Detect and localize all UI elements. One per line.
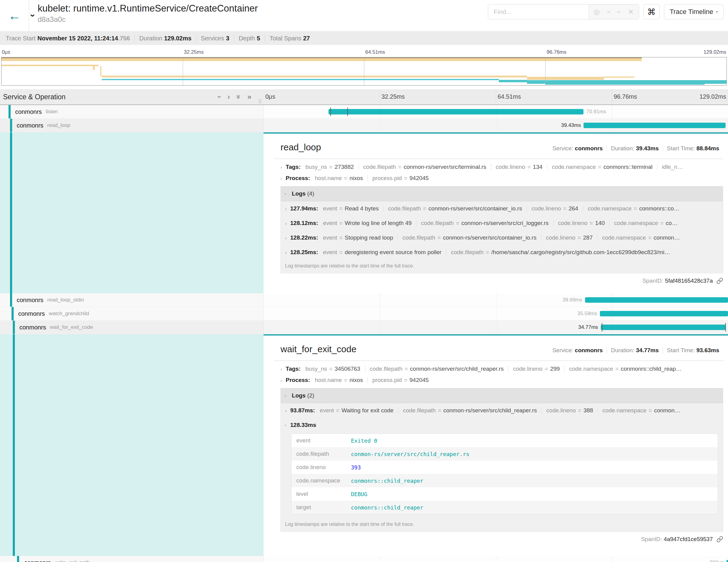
detail-service: Service: conmonrs: [549, 145, 607, 152]
span-bar[interactable]: [601, 325, 726, 330]
logs-footnote: Log timestamps are relative to the start…: [281, 518, 723, 531]
span-row-watch-grandchild[interactable]: conmonrs watch_grandchild 35.58ms: [0, 307, 728, 321]
log-entry[interactable]: › 128.22ms: event=Stopping read loopcode…: [281, 230, 723, 245]
prev-match-icon[interactable]: ›: [605, 11, 613, 13]
kv-item: event=Waiting for exit code: [320, 407, 398, 414]
kv-item: code.filepath=conmon-rs/server/src/conta…: [383, 205, 526, 212]
logs-header[interactable]: › Logs (2): [281, 388, 723, 403]
kv-item: code.filepath=conmon-rs/server/src/child…: [365, 366, 508, 372]
logs-header[interactable]: › Logs (4): [281, 186, 723, 201]
gridline: [380, 556, 380, 562]
detail-start-time: Start Time: 93.63ms: [663, 347, 723, 354]
log-entry-expanded[interactable]: › 128.33ms: [281, 418, 723, 432]
next-match-icon[interactable]: ›: [615, 11, 623, 13]
kv-item: busy_ns=34506763: [305, 366, 365, 372]
find-group: ◎ › › ✕: [488, 4, 639, 19]
kv-item: busy_ns=273882: [305, 164, 358, 170]
span-duration-label: 303μs: [707, 560, 726, 562]
span-row-listen[interactable]: conmonrs listen 70.91ms: [0, 105, 728, 119]
back-arrow-icon: ←: [8, 9, 21, 23]
log-fields-table: eventExited 0 code.filepathconmon-rs/ser…: [291, 434, 718, 514]
service-accent: [9, 105, 11, 118]
kv-item: host.name=nixos: [315, 175, 367, 181]
tags-row[interactable]: › Tags: busy_ns=273882code.filepath=conm…: [281, 164, 723, 170]
trace-title: kubelet: runtime.v1.RuntimeService/Creat…: [38, 3, 258, 14]
log-marker-tick: [330, 107, 331, 116]
log-entry[interactable]: › 128.12ms: event=Wrote log line of leng…: [281, 216, 723, 230]
timeline-minimap: 0μs 32.25ms 64.51ms 96.76ms 129.02ms: [0, 45, 728, 89]
log-entry[interactable]: › 127.94ms: event=Read 4 bytescode.filep…: [281, 201, 723, 216]
span-detail-wait-for-exit-code: wait_for_exit_code Service: conmonrs Dur…: [0, 334, 728, 556]
clear-find-icon[interactable]: ✕: [628, 8, 634, 16]
log-field-row: targetconmonrs::child_reaper: [291, 501, 718, 514]
span-row-read-loop-stdin[interactable]: conmonrs read_loop_stdin 39.69ms: [0, 293, 728, 307]
chevron-right-icon: ›: [285, 250, 287, 255]
link-icon[interactable]: [716, 536, 723, 543]
kv-item: process.pid=942045: [367, 175, 433, 181]
gridline: [612, 89, 612, 104]
span-bar[interactable]: [585, 297, 728, 303]
span-id-row: SpanID: 5faf48165428c37a: [281, 278, 723, 284]
chevron-down-icon: ›: [283, 424, 288, 426]
operation-name: write_exit_path: [55, 560, 90, 562]
link-icon[interactable]: [716, 278, 723, 284]
gridline: [612, 556, 612, 562]
kv-item: event=Stopping read loop: [323, 234, 398, 241]
service-name: conmonrs: [18, 310, 45, 317]
logs-section: › Logs (4) › 127.94ms: event=Read 4 byte…: [281, 186, 723, 273]
span-row-write-exit-path[interactable]: conmonrs write_exit_path 303μs: [0, 556, 728, 562]
expand-all-icon[interactable]: »: [247, 93, 251, 101]
span-row-read-loop[interactable]: conmonrs read_loop 39.43ms: [0, 119, 728, 132]
gridline: [496, 307, 496, 320]
minimap-canvas[interactable]: [1, 57, 727, 86]
process-row[interactable]: › Process: host.name=nixosprocess.pid=94…: [281, 175, 723, 182]
collapse-one-icon[interactable]: ›: [215, 96, 224, 98]
span-id-value: 5faf48165428c37a: [665, 278, 713, 284]
collapse-trace-header-icon[interactable]: ›: [28, 14, 38, 17]
tags-row[interactable]: › Tags: busy_ns=34506763code.filepath=co…: [281, 366, 723, 372]
process-row[interactable]: › Process: host.name=nixosprocess.pid=94…: [281, 377, 723, 383]
back-button[interactable]: ←: [0, 0, 29, 31]
log-field-row: levelDEBUG: [291, 487, 718, 501]
trace-services: Services3: [196, 35, 234, 42]
detail-span-name: wait_for_exit_code: [281, 344, 356, 354]
minimap-ticks: 0μs 32.25ms 64.51ms 96.76ms 129.02ms: [1, 49, 727, 57]
trace-total-spans: Total Spans27: [265, 35, 315, 42]
expand-one-icon[interactable]: ›: [227, 93, 230, 101]
view-type-dropdown[interactable]: Trace Timeline ›: [664, 4, 724, 19]
logs-section: › Logs (2) › 93.87ms: event=Waiting for …: [281, 388, 723, 532]
span-bar[interactable]: [726, 560, 728, 562]
span-duration-label: 70.91ms: [583, 109, 609, 115]
log-field-row: eventExited 0: [291, 434, 718, 447]
collapse-all-icon[interactable]: »: [234, 95, 243, 99]
kv-item: code.namespace=conmon…: [597, 234, 684, 241]
find-input[interactable]: [488, 5, 588, 19]
operation-name: read_loop: [47, 122, 70, 128]
span-bar[interactable]: [600, 311, 728, 316]
span-duration-label: 39.43ms: [558, 122, 583, 128]
kv-item: event=deregistering event source from po…: [323, 249, 446, 255]
kv-item: code.lineno=299: [508, 366, 564, 372]
focus-match-icon[interactable]: ◎: [594, 8, 600, 16]
log-entry[interactable]: › 128.25ms: event=deregistering event so…: [281, 245, 723, 260]
kv-item: code.namespace=co…: [609, 220, 682, 226]
span-bar[interactable]: [328, 109, 584, 114]
kv-item: code.lineno=287: [541, 234, 597, 241]
detail-start-time: Start Time: 88.84ms: [663, 145, 723, 152]
kv-item: code.filepath=conmon-rs/server/src/termi…: [359, 164, 491, 170]
chevron-right-icon: ›: [281, 165, 282, 170]
service-accent: [17, 556, 19, 562]
span-row-wait-for-exit-code[interactable]: conmonrs wait_for_exit_code 34.77ms: [0, 321, 728, 334]
chevron-right-icon: ›: [285, 206, 287, 211]
kv-item: code.filepath=/home/sascha/.cargo/regist…: [446, 249, 675, 255]
operation-name: listen: [46, 109, 58, 115]
span-table-header: Service & Operation › › » » || 0μs 32.25…: [0, 89, 728, 105]
chevron-right-icon: ›: [281, 378, 282, 383]
log-entry[interactable]: › 93.87ms: event=Waiting for exit codeco…: [281, 403, 723, 418]
column-resizer-grip[interactable]: ||: [259, 98, 262, 104]
span-bar[interactable]: [583, 123, 726, 128]
keyboard-shortcuts-button[interactable]: ⌘: [643, 4, 660, 19]
gridline: [380, 89, 380, 104]
gridline: [380, 293, 380, 307]
gridline: [380, 307, 380, 320]
